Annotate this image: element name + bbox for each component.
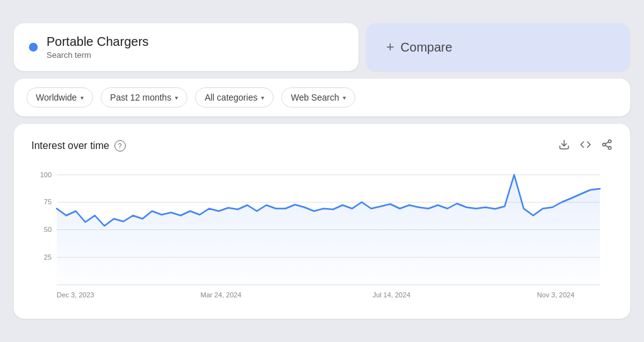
- svg-text:50: 50: [44, 226, 52, 233]
- chevron-down-icon: ▾: [80, 94, 84, 101]
- filter-search-type-label: Web Search: [291, 92, 339, 102]
- compare-plus-icon: +: [386, 39, 394, 55]
- svg-text:Mar 24, 2024: Mar 24, 2024: [201, 291, 242, 299]
- svg-text:100: 100: [40, 171, 52, 179]
- compare-label: Compare: [401, 40, 452, 55]
- help-icon[interactable]: ?: [114, 140, 126, 152]
- filter-search-type[interactable]: Web Search ▾: [281, 87, 355, 108]
- svg-line-4: [605, 145, 608, 147]
- chart-card: Interest over time ?: [14, 124, 630, 319]
- chart-title: Interest over time: [31, 140, 109, 152]
- filter-location-label: Worldwide: [36, 92, 77, 102]
- download-icon[interactable]: [558, 139, 570, 153]
- filter-time[interactable]: Past 12 months ▾: [101, 87, 187, 108]
- search-row: Portable Chargers Search term + Compare: [14, 23, 630, 71]
- filter-location[interactable]: Worldwide ▾: [26, 87, 93, 108]
- filter-category[interactable]: All categories ▾: [195, 87, 274, 108]
- search-term-title: Portable Chargers: [47, 35, 148, 49]
- main-container: Portable Chargers Search term + Compare …: [14, 23, 630, 319]
- search-term-text-group: Portable Chargers Search term: [47, 35, 148, 60]
- share-icon[interactable]: [601, 139, 613, 153]
- chart-area: 100 75 50 25 Dec 3, 2023 Mar 24, 2024 Ju…: [31, 165, 613, 306]
- svg-text:Nov 3, 2024: Nov 3, 2024: [537, 291, 575, 299]
- chevron-down-icon: ▾: [343, 94, 346, 101]
- svg-text:Dec 3, 2023: Dec 3, 2023: [57, 291, 94, 299]
- svg-line-5: [605, 142, 608, 144]
- chevron-down-icon: ▾: [175, 94, 178, 101]
- filter-category-label: All categories: [204, 92, 257, 102]
- filter-time-label: Past 12 months: [110, 92, 171, 102]
- compare-card[interactable]: + Compare: [366, 23, 630, 71]
- search-term-subtitle: Search term: [47, 50, 148, 60]
- svg-text:Jul 14, 2024: Jul 14, 2024: [372, 291, 410, 299]
- embed-icon[interactable]: [580, 139, 591, 153]
- chart-title-group: Interest over time ?: [31, 140, 126, 152]
- trend-chart-svg: 100 75 50 25 Dec 3, 2023 Mar 24, 2024 Ju…: [31, 165, 613, 304]
- search-term-dot: [29, 43, 38, 52]
- search-term-card: Portable Chargers Search term: [14, 23, 358, 71]
- svg-text:75: 75: [44, 198, 52, 206]
- chevron-down-icon: ▾: [261, 94, 264, 101]
- filter-row: Worldwide ▾ Past 12 months ▾ All categor…: [14, 79, 630, 116]
- svg-text:25: 25: [44, 253, 52, 261]
- chart-header: Interest over time ?: [31, 139, 613, 153]
- chart-actions: [558, 139, 613, 153]
